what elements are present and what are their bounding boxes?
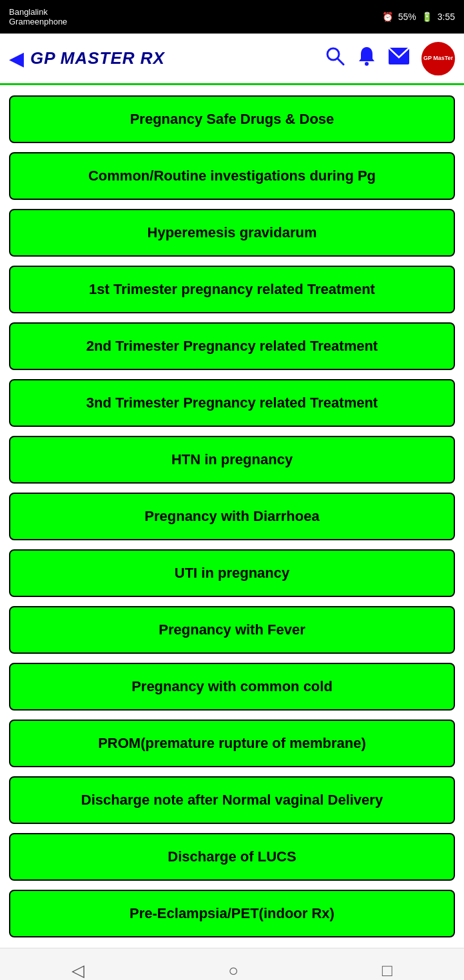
app-title: Gp Master Rx bbox=[30, 48, 325, 68]
nav-bar: ◀ Gp Master Rx GP MasTer bbox=[0, 34, 464, 85]
mail-icon[interactable] bbox=[388, 47, 410, 70]
status-bar: Banglalink Grameenphone ⏰ 55% 🔋 3:55 bbox=[0, 0, 464, 34]
menu-item-uti-pregnancy[interactable]: UTI in pregnancy bbox=[9, 549, 455, 597]
menu-item-pregnancy-safe-drugs[interactable]: Pregnancy Safe Drugs & Dose bbox=[9, 95, 455, 143]
svg-line-1 bbox=[338, 59, 343, 64]
svg-point-2 bbox=[365, 62, 369, 66]
menu-item-pre-eclampsia[interactable]: Pre-Eclampsia/PET(indoor Rx) bbox=[9, 890, 455, 937]
bottom-nav: ◁ ○ □ bbox=[0, 948, 464, 980]
menu-item-pregnancy-common-cold[interactable]: Pregnancy with common cold bbox=[9, 663, 455, 710]
menu-item-discharge-normal-vaginal[interactable]: Discharge note after Normal vaginal Deli… bbox=[9, 776, 455, 824]
battery-icon: 🔋 bbox=[421, 12, 432, 22]
avatar[interactable]: GP MasTer bbox=[421, 42, 455, 75]
battery-level: 55% bbox=[398, 12, 416, 22]
recent-nav-button[interactable]: □ bbox=[382, 961, 392, 980]
menu-item-pregnancy-fever[interactable]: Pregnancy with Fever bbox=[9, 606, 455, 654]
menu-item-3rd-trimester[interactable]: 3nd Trimester Pregnancy related Treatmen… bbox=[9, 379, 455, 427]
clock-icon: ⏰ bbox=[382, 12, 393, 22]
menu-list: Pregnancy Safe Drugs & DoseCommon/Routin… bbox=[0, 85, 464, 948]
menu-item-common-routine-investigations[interactable]: Common/Routine investigations during Pg bbox=[9, 152, 455, 200]
home-nav-button[interactable]: ○ bbox=[228, 961, 238, 980]
menu-item-2nd-trimester[interactable]: 2nd Trimester Pregnancy related Treatmen… bbox=[9, 322, 455, 370]
carrier-info: Banglalink Grameenphone bbox=[9, 7, 67, 26]
menu-item-hyperemesis-gravidarum[interactable]: Hyperemesis gravidarum bbox=[9, 209, 455, 257]
menu-item-1st-trimester[interactable]: 1st Trimester pregnancy related Treatmen… bbox=[9, 266, 455, 313]
menu-item-pregnancy-diarrhoea[interactable]: Pregnancy with Diarrhoea bbox=[9, 493, 455, 540]
status-indicators: ⏰ 55% 🔋 3:55 bbox=[382, 12, 455, 22]
carrier2: Grameenphone bbox=[9, 17, 67, 26]
carrier1: Banglalink bbox=[9, 7, 67, 17]
menu-item-prom[interactable]: PROM(premature rupture of membrane) bbox=[9, 720, 455, 767]
menu-item-htn-pregnancy[interactable]: HTN in pregnancy bbox=[9, 436, 455, 484]
nav-icons-group: GP MasTer bbox=[325, 42, 455, 75]
back-button[interactable]: ◀ bbox=[9, 47, 24, 70]
menu-item-discharge-lucs[interactable]: Discharge of LUCS bbox=[9, 833, 455, 881]
back-nav-button[interactable]: ◁ bbox=[72, 961, 84, 980]
search-icon[interactable] bbox=[325, 46, 345, 71]
bell-icon[interactable] bbox=[357, 46, 376, 71]
time-display: 3:55 bbox=[438, 12, 455, 22]
